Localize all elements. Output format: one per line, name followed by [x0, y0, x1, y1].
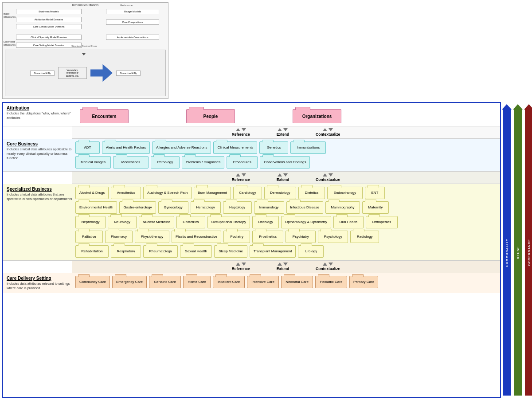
main-diagram-area: Attribution Includes the ubiquitous "who… — [2, 102, 530, 398]
spec-radiology: Radiology — [350, 231, 379, 243]
commonality-arrow-head — [502, 104, 512, 110]
spec-cardiology: Cardiology — [233, 187, 262, 199]
attribution-items: Encounters People Organizations — [75, 106, 497, 123]
tri-down-3a — [242, 263, 246, 266]
ref-extend-1: Extend — [277, 128, 289, 137]
commonality-arrow: COMMONALITY — [502, 104, 512, 396]
mini-blue-arrow — [90, 64, 113, 82]
spec-palliative: Palliative — [75, 231, 103, 243]
tri-up-1c — [323, 128, 327, 131]
tri-up-1a — [236, 128, 240, 131]
extend-label-1: Extend — [277, 132, 289, 137]
governance-label: GOVERNANCE — [528, 239, 531, 266]
extend-label-2: Extend — [277, 177, 289, 182]
ctx-label-2: Contextualize — [316, 177, 340, 182]
spec-opthamology: Opthamology & Optometry — [281, 216, 331, 228]
care-title: Care Delivery Setting — [7, 276, 75, 281]
spec-sleep: Sleep Medicine — [214, 245, 247, 258]
ref-extend-3: Extend — [277, 263, 289, 271]
mini-extended-label: ExtendedStructures — [4, 40, 16, 47]
mini-base-label: BaseStructures — [4, 12, 16, 19]
spec-neurology: Neurology — [108, 216, 137, 228]
spec-hematology: Hematology — [191, 201, 221, 214]
care-section: Care Delivery Setting Includes data attr… — [3, 273, 500, 293]
ref-contextualize-1: Contextualize — [316, 128, 340, 137]
core-row-1: ADT Alerts and Health Factors Allergies … — [75, 141, 497, 154]
tri-up-1b — [278, 128, 282, 131]
spec-row-2: Environmental Health Gastro-enterology G… — [75, 201, 497, 214]
care-geriatric: Geriatric Care — [149, 276, 181, 288]
mini-ref-label: Reference — [120, 4, 133, 7]
ref-reference-2: Reference — [232, 173, 250, 182]
core-genetics: Genetics — [259, 141, 288, 154]
core-adt: ADT — [75, 141, 100, 154]
tri-down-3b — [283, 263, 288, 266]
mini-box-business: Business Models — [16, 9, 82, 14]
spec-row-3: Nephrology Neurology Nuclear Medicine Ob… — [75, 216, 497, 228]
spec-row-5: Rehabilitation Respiratory Rheumatology … — [75, 245, 497, 258]
governance-arrow: GOVERNANCE — [524, 104, 532, 396]
care-label-area: Care Delivery Setting Includes data attr… — [7, 276, 75, 290]
spec-nephrology: Nephrology — [75, 216, 106, 228]
spec-endocrinology: Endocrinology — [327, 187, 363, 199]
spec-obstetrics: Obstetrics — [176, 216, 205, 228]
tri-down-3c — [329, 263, 333, 266]
core-allergies: Allergies and Adverse Reactions — [152, 141, 211, 154]
core-title: Core Business — [7, 141, 75, 146]
ref-reference-3: Reference — [232, 263, 250, 271]
spec-alcohol: Alcohol & Drugs — [75, 187, 109, 199]
spec-oncology: Oncology — [252, 216, 279, 228]
reuse-arrow-head — [513, 104, 523, 110]
top-mini-diagram: Information Models Reference BaseStructu… — [2, 2, 168, 99]
attribution-desc: Includes the ubiquitous "who, when, wher… — [7, 111, 75, 120]
extend-label-3: Extend — [277, 267, 289, 271]
core-clinical-meas: Clinical Measurements — [213, 141, 257, 154]
ref-contextualize-2: Contextualize — [316, 173, 340, 182]
ref-reference-1: Reference — [232, 128, 250, 137]
page: Information Models Reference BaseStructu… — [0, 0, 532, 400]
core-medical-images: Medical Images — [75, 156, 111, 169]
ref-row-3: Reference Extend Con — [72, 261, 500, 273]
spec-prosthetics: Prosthetics — [252, 231, 283, 243]
tri-up-3c — [323, 263, 327, 266]
mini-title: Information Models — [3, 3, 168, 8]
spec-env-health: Environmental Health — [75, 201, 117, 214]
mini-box-usage: Usage Models — [106, 9, 159, 14]
core-immunizations: Immunizations — [290, 141, 326, 154]
ref-label-3: Reference — [232, 267, 250, 271]
reuse-arrow: REUSE — [513, 104, 523, 396]
spec-mammography: Mammography — [325, 201, 360, 214]
core-desc: Includes clinical data attributes applic… — [7, 147, 75, 161]
spec-dermatology: Dermatology — [264, 187, 296, 199]
tri-down-1a — [242, 128, 246, 131]
mini-box-attribution: Attribution Model Domains — [16, 17, 82, 22]
commonality-label: COMMONALITY — [505, 239, 509, 267]
attribution-section: Attribution Includes the ubiquitous "who… — [3, 103, 500, 126]
spec-items: Alcohol & Drugs Anesthetics Audiology & … — [75, 187, 497, 258]
spec-label-area: Specialized Business Includes clinical d… — [7, 187, 75, 201]
mini-box-clinical-spec: Clinical Specialty Model Domains — [16, 35, 82, 40]
spec-psychology: Psychology — [318, 231, 348, 243]
mini-struct-label: Structure Derived From — [71, 45, 97, 47]
tri-down-2c — [329, 173, 333, 176]
ref-extend-2: Extend — [277, 173, 289, 182]
tri-down-2a — [242, 173, 246, 176]
ref-label-2: Reference — [232, 177, 250, 182]
care-row-1: Community Care Emergency Care Geriatric … — [75, 276, 497, 288]
spec-title: Specialized Business — [7, 187, 75, 192]
spec-audiology: Audiology & Speech Path — [143, 187, 192, 199]
care-neonatal: Neonatal Care — [281, 276, 313, 288]
ref-row-2: Reference Extend Con — [72, 172, 500, 184]
core-alerts: Alerts and Health Factors — [102, 141, 150, 154]
spec-podiatry: Podiatry — [223, 231, 250, 243]
core-observations: Observations and Findings — [260, 156, 310, 169]
core-business-section: Core Business Includes clinical data att… — [3, 139, 500, 172]
mini-small-box1: Overarched & By — [30, 71, 55, 76]
spec-gastro: Gastro-enterology — [119, 201, 156, 214]
care-home: Home Care — [183, 276, 211, 288]
spec-plastic: Plastic and Reconstructive — [172, 231, 221, 243]
tri-down-2b — [283, 173, 288, 176]
main-content-box: Attribution Includes the ubiquitous "who… — [2, 102, 501, 398]
commonality-arrow-body: COMMONALITY — [503, 110, 511, 396]
spec-oral: Oral Health — [333, 216, 364, 228]
